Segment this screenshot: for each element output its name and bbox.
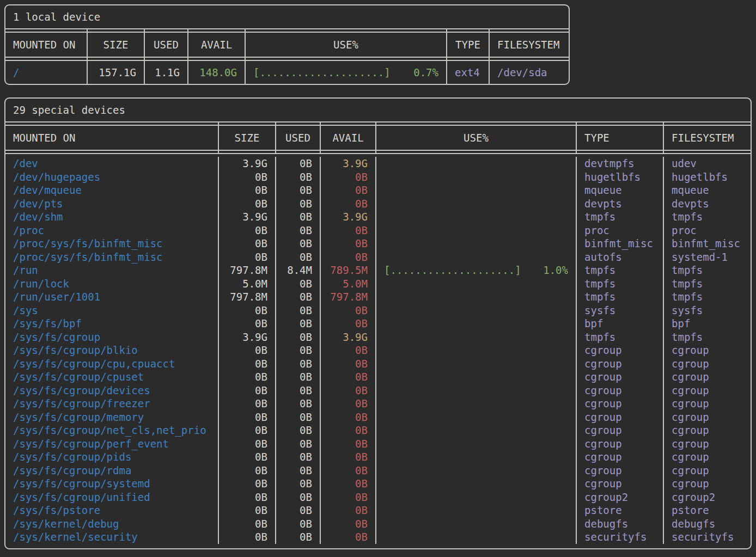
cell-filesystem: cgroup	[663, 477, 751, 491]
cell-used: 0B	[275, 344, 320, 357]
cell-type: cgroup2	[576, 491, 663, 504]
terminal-output: 1 local device MOUNTED ON SIZE USED AVAI…	[4, 4, 752, 549]
cell-mounted-on: /sys	[5, 304, 218, 317]
cell-type: tmpfs	[576, 330, 663, 344]
cell-size: 0B	[218, 491, 275, 504]
cell-type: securityfs	[576, 530, 663, 544]
cell-filesystem: securityfs	[663, 530, 751, 544]
cell-size: 0B	[218, 317, 275, 330]
cell-filesystem: cgroup	[663, 370, 751, 384]
cell-use-percent	[375, 411, 576, 424]
cell-use-percent	[375, 450, 576, 464]
cell-used: 0B	[275, 277, 320, 291]
cell-type: devtmpfs	[576, 157, 663, 170]
special-devices-table: 29 special devices MOUNTED ON SIZE USED …	[4, 97, 752, 549]
cell-mounted-on: /sys/kernel/security	[5, 530, 218, 544]
cell-size: 0B	[218, 237, 275, 250]
table-row: /sys/fs/cgroup/devices 0B 0B 0B cgroup c…	[5, 384, 751, 397]
cell-use-percent	[375, 183, 576, 197]
cell-avail: 0B	[320, 450, 375, 464]
table-row: /sys/kernel/security 0B 0B 0B securityfs…	[5, 530, 751, 544]
cell-use-percent	[375, 277, 576, 291]
cell-type: cgroup	[576, 357, 663, 371]
header-mounted-on: MOUNTED ON	[5, 126, 218, 150]
cell-type: autofs	[576, 250, 663, 264]
cell-type: bpf	[576, 317, 663, 330]
cell-size: 0B	[218, 464, 275, 478]
cell-filesystem: systemd-1	[663, 250, 751, 264]
cell-avail: 5.0M	[320, 277, 375, 291]
cell-mounted-on: /dev/pts	[5, 197, 218, 211]
cell-avail: 0B	[320, 183, 375, 197]
header-divider	[5, 57, 569, 61]
cell-type: cgroup	[576, 411, 663, 424]
table-row: /dev/pts 0B 0B 0B devpts devpts	[5, 197, 751, 211]
cell-used: 0B	[275, 424, 320, 437]
table-row: /sys/fs/bpf 0B 0B 0B bpf bpf	[5, 317, 751, 330]
cell-avail: 3.9G	[320, 330, 375, 344]
cell-use-percent	[375, 317, 576, 330]
cell-type: cgroup	[576, 384, 663, 397]
header-avail: AVAIL	[187, 33, 245, 57]
cell-size: 0B	[218, 344, 275, 357]
cell-avail: 0B	[320, 250, 375, 264]
cell-avail: 789.5M	[320, 264, 375, 277]
cell-mounted-on: /sys/fs/cgroup/devices	[5, 384, 218, 397]
cell-filesystem: debugfs	[663, 517, 751, 531]
cell-type: tmpfs	[576, 210, 663, 224]
cell-avail: 0B	[320, 517, 375, 531]
cell-mounted-on: /sys/fs/cgroup/perf_event	[5, 437, 218, 451]
cell-use-percent	[375, 397, 576, 411]
table-row: /run/user/1001 797.8M 0B 797.8M tmpfs tm…	[5, 290, 751, 304]
cell-mounted-on: /sys/fs/cgroup/memory	[5, 411, 218, 424]
cell-use-percent	[375, 370, 576, 384]
special-header-row: MOUNTED ON SIZE USED AVAIL USE% TYPE FIL…	[5, 126, 751, 150]
cell-used: 0B	[275, 237, 320, 250]
cell-mounted-on: /sys/kernel/debug	[5, 517, 218, 531]
cell-filesystem: udev	[663, 157, 751, 170]
usage-percent: 1.0%	[543, 264, 568, 277]
cell-filesystem: cgroup	[663, 424, 751, 437]
cell-used: 0B	[275, 530, 320, 544]
header-divider	[5, 150, 751, 154]
cell-used: 0B	[275, 477, 320, 491]
cell-avail: 0B	[320, 197, 375, 211]
cell-filesystem: tmpfs	[663, 330, 751, 344]
cell-type: cgroup	[576, 450, 663, 464]
cell-use-percent	[375, 157, 576, 170]
cell-use-percent	[375, 464, 576, 478]
cell-size: 3.9G	[218, 210, 275, 224]
cell-mounted-on: /run/user/1001	[5, 290, 218, 304]
table-row: /sys/fs/cgroup/unified 0B 0B 0B cgroup2 …	[5, 491, 751, 504]
cell-size: 0B	[218, 370, 275, 384]
cell-mounted-on: /dev	[5, 157, 218, 170]
cell-type: pstore	[576, 504, 663, 517]
table-row: /sys/fs/cgroup/systemd 0B 0B 0B cgroup c…	[5, 477, 751, 491]
cell-type: tmpfs	[576, 277, 663, 291]
cell-size: 0B	[218, 304, 275, 317]
cell-filesystem: cgroup	[663, 357, 751, 371]
header-avail: AVAIL	[320, 126, 375, 150]
cell-mounted-on: /	[5, 61, 87, 84]
table-row: /dev/shm 3.9G 0B 3.9G tmpfs tmpfs	[5, 210, 751, 224]
cell-filesystem: devpts	[663, 197, 751, 211]
cell-size: 0B	[218, 197, 275, 211]
cell-use-percent	[375, 290, 576, 304]
cell-avail: 0B	[320, 237, 375, 250]
cell-avail: 3.9G	[320, 210, 375, 224]
header-size: SIZE	[218, 126, 275, 150]
cell-used: 0B	[275, 317, 320, 330]
cell-avail: 0B	[320, 317, 375, 330]
cell-mounted-on: /sys/fs/cgroup/cpuset	[5, 370, 218, 384]
cell-filesystem: tmpfs	[663, 210, 751, 224]
cell-mounted-on: /sys/fs/cgroup	[5, 330, 218, 344]
cell-type: binfmt_misc	[576, 237, 663, 250]
cell-use-percent	[375, 170, 576, 184]
title-divider	[5, 28, 569, 33]
table-row: /sys/fs/cgroup/pids 0B 0B 0B cgroup cgro…	[5, 450, 751, 464]
table-row: /run 797.8M 8.4M 789.5M [...............…	[5, 264, 751, 277]
table-row: /sys/fs/cgroup/cpuset 0B 0B 0B cgroup cg…	[5, 370, 751, 384]
special-table-title: 29 special devices	[5, 99, 751, 121]
cell-use-percent	[375, 517, 576, 531]
cell-used: 0B	[275, 210, 320, 224]
